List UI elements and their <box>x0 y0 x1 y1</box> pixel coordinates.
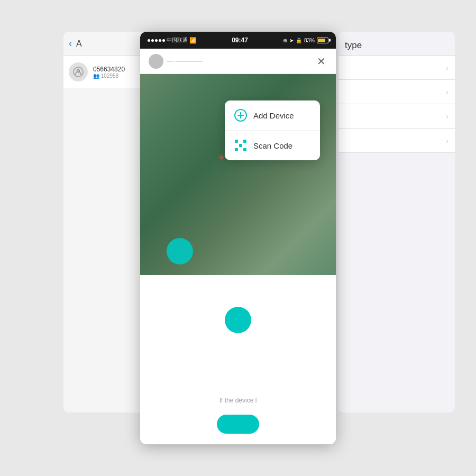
status-bar: 中国联通 📶 09:47 ⊕ ➤ 🔒 83% <box>140 32 336 49</box>
battery-icon <box>317 38 328 43</box>
qr-cell <box>235 140 238 143</box>
settings-row-2[interactable]: › <box>338 80 455 104</box>
scan-code-label: Scan Code <box>253 141 292 150</box>
nav-title-placeholder: — ———— <box>167 57 203 65</box>
nav-avatar-area: — ———— <box>149 54 203 69</box>
carrier-name: 中国联通 <box>167 36 188 44</box>
qr-cell <box>235 148 238 151</box>
add-device-icon <box>234 109 247 122</box>
avatar-inner <box>73 67 84 77</box>
carrier-info: 中国联通 📶 <box>148 36 197 44</box>
battery-percent: 83% <box>304 38 315 43</box>
qr-cell <box>239 148 242 151</box>
settings-row-3[interactable]: › <box>338 105 455 129</box>
phone-screen: 中国联通 📶 09:47 ⊕ ➤ 🔒 83% — ———— ✕ ✚ ✚ <box>140 32 336 444</box>
bg-settings-title: type <box>345 40 362 50</box>
add-device-menu-item[interactable]: Add Device <box>225 100 320 131</box>
qr-cell <box>235 144 238 147</box>
status-right-group: ⊕ ➤ 🔒 83% <box>283 38 328 43</box>
chevron-icon-1: › <box>446 63 448 72</box>
chevron-icon-2: › <box>446 88 448 96</box>
bottom-teal-button[interactable] <box>217 415 259 434</box>
signal-dot <box>159 39 161 42</box>
close-button[interactable]: ✕ <box>315 55 327 68</box>
bottom-button-area <box>151 415 325 444</box>
signal-dot <box>155 39 158 42</box>
battery-fill <box>318 39 325 42</box>
nav-bar: — ———— ✕ <box>140 49 336 74</box>
teal-circle-overlay <box>167 238 193 264</box>
chevron-icon-3: › <box>446 112 448 121</box>
signal-dot <box>151 39 154 42</box>
signal-dots <box>148 39 165 42</box>
chevron-icon-4: › <box>446 136 448 145</box>
scan-code-menu-item[interactable]: Scan Code <box>225 131 320 160</box>
settings-row-1[interactable]: › <box>338 56 455 80</box>
settings-row-4[interactable]: › <box>338 129 455 153</box>
add-device-label: Add Device <box>253 111 294 120</box>
teal-center-dot <box>225 307 251 333</box>
nav-icon: ➤ <box>289 38 294 43</box>
bg-left-title: A <box>76 39 82 49</box>
signal-dot <box>148 39 150 42</box>
location-icon: ⊕ <box>283 38 287 43</box>
red-marker-2: ✚ <box>218 153 225 162</box>
lock-icon: 🔒 <box>296 38 302 43</box>
wifi-icon: 📶 <box>189 37 197 44</box>
qr-cell <box>243 148 246 151</box>
signal-dot <box>162 39 165 42</box>
nav-avatar <box>149 54 163 69</box>
qr-cell <box>243 144 246 147</box>
clock: 09:47 <box>232 36 248 44</box>
bg-settings-header: type <box>338 32 455 56</box>
bottom-area: If the device l <box>140 386 336 444</box>
bg-settings-panel: type › › › › <box>338 32 455 413</box>
back-icon[interactable]: ‹ <box>69 38 72 49</box>
scan-code-icon <box>234 139 247 152</box>
white-content-area <box>140 275 336 365</box>
qr-cell <box>243 140 246 143</box>
dropdown-menu: Add Device Scan Code <box>225 100 320 160</box>
qr-cell <box>239 144 242 147</box>
hint-text: If the device l <box>151 386 325 415</box>
qr-code-icon <box>235 140 246 151</box>
avatar <box>69 62 88 81</box>
qr-cell <box>239 140 242 143</box>
plus-circle-icon <box>234 109 247 122</box>
